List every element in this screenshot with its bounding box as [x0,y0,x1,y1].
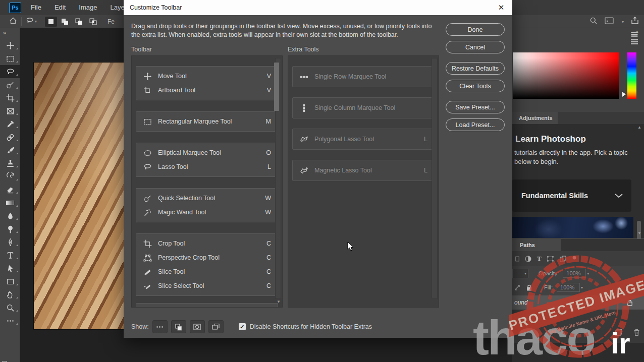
tool-group[interactable]: Rectangular Marquee ToolM [136,111,278,132]
dodge-tool-icon[interactable] [0,222,20,235]
crop-tool-icon[interactable] [0,91,20,104]
scroll-down-icon[interactable]: ▼ [277,299,281,304]
extra-tool-group[interactable]: Magnetic Lasso ToolL [292,160,435,181]
hue-strip[interactable] [627,52,636,99]
frame-tool-icon[interactable] [0,104,20,117]
hand-tool-icon[interactable] [0,288,20,301]
show-ellipsis-icon[interactable] [152,320,168,333]
quick-select-tool-icon[interactable] [0,78,20,91]
healing-tool-icon[interactable] [0,131,20,144]
tool-group[interactable]: Crop ToolCPerspective Crop ToolCSlice To… [136,233,278,296]
tool-row[interactable]: Move ToolV [136,69,278,83]
menu-edit[interactable]: Edit [48,0,72,15]
ellipsis-tool-icon[interactable] [0,314,20,327]
save-preset-button[interactable]: Save Preset... [446,101,505,113]
tool-row[interactable]: Artboard ToolV [136,83,278,97]
chevron-down-icon[interactable]: ▾ [622,20,624,24]
color-panel-menu-icon[interactable] [631,41,638,42]
color-saturation-square[interactable] [513,52,619,99]
menu-file[interactable]: File [24,0,48,15]
tool-row[interactable]: Magnetic Lasso ToolL [293,163,434,178]
workspace-icon[interactable] [605,17,614,26]
gradient-tool-icon[interactable] [0,196,20,209]
filter-pixel-icon[interactable] [513,255,519,263]
extra-tool-list[interactable]: Single Row Marquee ToolSingle Column Mar… [288,55,439,308]
history-brush-tool-icon[interactable] [0,170,20,183]
tool-row[interactable]: Quick Selection ToolW [136,191,278,205]
scrollbar-track[interactable] [275,58,281,299]
shape-tool-icon[interactable] [0,275,20,288]
filter-smart-object-icon[interactable] [559,255,567,263]
filter-toggle-icon[interactable] [572,255,577,263]
layer-lock-icon[interactable] [627,299,633,306]
pen-tool-icon[interactable] [0,235,20,249]
lasso-tool-icon[interactable] [0,65,20,78]
show-quickmask-icon[interactable] [190,320,205,333]
type-tool-icon[interactable] [0,249,20,262]
delete-layer-icon[interactable] [633,329,640,336]
tool-row[interactable]: Elliptical Marquee ToolO [136,146,278,160]
tool-row[interactable]: Slice ToolC [136,265,278,279]
tool-row[interactable]: Single Column Marquee Tool [293,100,434,115]
intersect-selection-icon[interactable] [87,17,99,27]
tool-group[interactable]: Move ToolVArtboard ToolV [136,66,278,100]
tool-row[interactable]: Single Row Marquee Tool [293,69,434,84]
filter-shape-icon[interactable] [547,255,554,263]
brush-tool-icon[interactable] [0,144,20,157]
add-selection-icon[interactable] [59,17,71,27]
rect-marquee-tool-icon[interactable] [0,52,20,65]
scrollbar-thumb[interactable] [274,63,279,111]
tool-row[interactable]: Perspective Crop ToolC [136,251,278,265]
filter-adjustment-icon[interactable] [524,255,532,263]
filter-type-icon[interactable]: T [537,255,542,263]
tool-row[interactable]: Lasso ToolL [136,160,278,174]
restore-defaults-button[interactable]: Restore Defaults [446,62,505,75]
chevron-down-icon[interactable]: ▾ [587,271,589,276]
clear-tools-button[interactable]: Clear Tools [446,80,505,92]
tool-row[interactable]: Slice Select ToolC [136,279,278,293]
chevron-down-icon[interactable]: ▾ [581,285,583,290]
menu-image[interactable]: Image [72,0,103,15]
paths-menu-icon[interactable] [631,34,638,35]
opacity-value[interactable]: 100% [563,269,586,278]
search-icon[interactable] [589,17,598,27]
fill-value[interactable]: 100% [557,283,580,292]
blur-tool-icon[interactable] [0,209,20,222]
fundamental-skills-card[interactable]: Fundamental Skills [512,179,631,212]
load-preset-button[interactable]: Load Preset... [446,118,505,131]
lasso-tool-preset-icon[interactable] [26,17,34,27]
extra-tool-group[interactable]: Single Column Marquee Tool [292,97,435,118]
new-selection-icon[interactable] [45,17,57,27]
expand-tools-icon[interactable]: » [0,28,20,36]
hue-slider-arrow[interactable] [622,92,626,97]
blend-mode-select[interactable]: ▾ [512,269,528,278]
disable-shortcuts-checkbox[interactable]: ✓ [239,323,246,330]
share-icon[interactable] [631,17,639,27]
subtract-selection-icon[interactable] [73,17,85,27]
show-screen-mode-icon[interactable] [208,320,224,333]
chevron-down-icon[interactable]: ▾ [35,19,37,24]
tool-group[interactable]: Elliptical Marquee ToolOLasso ToolL [136,143,278,177]
close-icon[interactable]: ✕ [494,0,508,15]
move-tool-icon[interactable] [0,39,20,52]
tool-group-partial[interactable] [136,303,278,308]
cancel-button[interactable]: Cancel [446,41,505,53]
path-select-tool-icon[interactable] [0,262,20,275]
zoom-tool-icon[interactable] [0,301,20,314]
tool-row[interactable]: Crop ToolC [136,236,278,251]
clone-stamp-tool-icon[interactable] [0,157,20,170]
tab-paths[interactable]: Paths [512,239,561,251]
lock-all-icon[interactable] [526,284,532,291]
background-layer-row[interactable]: ound [512,295,644,310]
extra-tool-group[interactable]: Single Row Marquee Tool [292,66,435,87]
scroll-up-icon[interactable]: ▲ [637,125,641,130]
home-icon[interactable] [9,17,17,27]
toolbar-tool-list[interactable]: Move ToolVArtboard ToolVRectangular Marq… [131,55,283,308]
tutorial-thumbnail[interactable] [512,217,633,238]
tool-group[interactable]: Quick Selection ToolWMagic Wand ToolW [136,188,278,222]
tool-row[interactable]: Rectangular Marquee ToolM [136,114,278,129]
scroll-down-icon[interactable]: ▼ [637,231,641,235]
scrollbar-track[interactable] [432,58,438,299]
tool-row[interactable]: Polygonal Lasso ToolL [293,132,434,147]
eraser-tool-icon[interactable] [0,183,20,196]
